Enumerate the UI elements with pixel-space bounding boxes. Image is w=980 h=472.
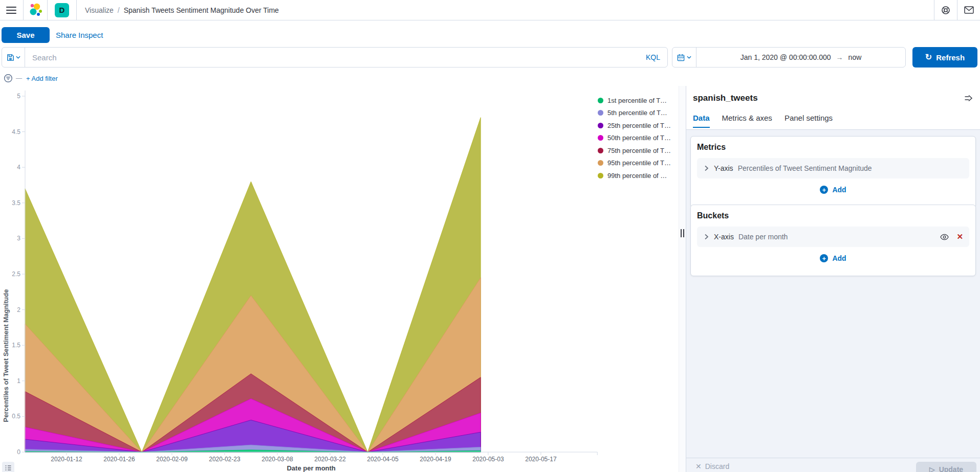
buckets-card: Buckets X-axis Date per month ✕ + A: [690, 205, 976, 276]
agg-row-label: X-axis: [714, 233, 734, 241]
update-button[interactable]: ▷ Update: [916, 462, 976, 472]
y-axis-tick-label: 3: [17, 235, 20, 242]
x-axis-tick-label: 2020-03-08: [262, 456, 293, 463]
metrics-card: Metrics Y-axis Percentiles of Tweet Sent…: [690, 136, 976, 208]
tabs-divider: [686, 129, 980, 130]
legend-item[interactable]: 25th percentile of T…: [598, 119, 678, 132]
tab-metrics-axes[interactable]: Metrics & axes: [722, 114, 772, 128]
y-axis-tick-label: 4: [17, 164, 20, 171]
refresh-button[interactable]: ↻ Refresh: [912, 47, 977, 68]
plus-in-circle-icon: +: [820, 254, 828, 262]
legend-color-dot: [598, 173, 603, 178]
discard-button[interactable]: ✕ Discard: [695, 462, 729, 470]
area-chart-canvas: 00.511.522.533.544.552020-01-122020-01-2…: [0, 0, 679, 472]
list-icon: [5, 464, 12, 471]
agg-row-label: Y-axis: [714, 164, 733, 172]
agg-row-description: Percentiles of Tweet Sentiment Magnitude: [738, 164, 872, 172]
x-axis-tick-label: 2020-03-22: [314, 456, 346, 463]
x-axis-tick-label: 2020-04-05: [367, 456, 399, 463]
legend-label: 50th percentile of T…: [607, 134, 671, 142]
x-axis-tick-label: 2020-02-09: [156, 456, 188, 463]
legend-label: 25th percentile of T…: [607, 122, 671, 129]
time-range-start[interactable]: Jan 1, 2020 @ 00:00:00.000: [741, 53, 831, 61]
tab-data[interactable]: Data: [693, 114, 710, 128]
legend-item[interactable]: 75th percentile of T…: [598, 144, 678, 157]
x-axis-tick-label: 2020-04-19: [420, 456, 451, 463]
y-axis-tick-label: 4.5: [12, 128, 20, 136]
y-axis-title: Percentiles of Tweet Sentiment Magnitude: [2, 279, 10, 433]
legend-item[interactable]: 95th percentile of T…: [598, 157, 678, 170]
chevron-right-icon: [703, 165, 709, 171]
y-axis-tick-label: 0.5: [12, 413, 20, 420]
legend-item[interactable]: 99th percentile of …: [598, 169, 678, 182]
y-axis-tick-label: 0: [17, 448, 20, 456]
header-actions: [934, 0, 980, 20]
metrics-heading: Metrics: [697, 143, 969, 152]
legend-label: 75th percentile of T…: [607, 147, 671, 154]
kibana-visualize-app: D Visualize / Spanish Tweets Sentiment M…: [0, 0, 980, 472]
legend-label: 1st percentile of T…: [607, 97, 667, 104]
legend-toggle-button[interactable]: [2, 462, 14, 472]
y-axis-tick-label: 2.5: [12, 271, 20, 278]
x-axis-tick-label: 2020-05-03: [472, 456, 504, 463]
x-axis-tick-label: 2020-01-12: [51, 456, 82, 463]
legend-label: 99th percentile of …: [607, 172, 667, 179]
legend-label: 5th percentile of T…: [607, 109, 667, 117]
agg-row-description: Date per month: [738, 233, 788, 241]
date-picker: Jan 1, 2020 @ 00:00:00.000 → now: [672, 47, 906, 68]
y-axis-tick-label: 1.5: [12, 342, 20, 349]
visualization-chart: 00.511.522.533.544.552020-01-122020-01-2…: [0, 86, 679, 472]
close-icon: ✕: [695, 462, 702, 470]
legend-label: 95th percentile of T…: [607, 159, 671, 167]
x-axis-tick-label: 2020-05-17: [525, 456, 557, 463]
y-axis-tick-label: 1: [17, 377, 20, 385]
plus-in-circle-icon: +: [820, 186, 828, 194]
time-range: Jan 1, 2020 @ 00:00:00.000 → now: [696, 53, 905, 61]
chart-legend: 1st percentile of T…5th percentile of T……: [598, 94, 678, 182]
legend-color-dot: [598, 160, 603, 166]
time-range-end[interactable]: now: [848, 53, 862, 61]
y-axis-tick-label: 2: [17, 306, 20, 313]
y-axis-tick-label: 3.5: [12, 199, 20, 207]
buckets-heading: Buckets: [697, 211, 969, 220]
legend-item[interactable]: 5th percentile of T…: [598, 107, 678, 120]
eye-icon[interactable]: [940, 234, 949, 240]
panel-resizer-handle[interactable]: [679, 86, 686, 472]
mail-icon[interactable]: [957, 0, 980, 20]
legend-item[interactable]: 1st percentile of T…: [598, 94, 678, 107]
chevron-down-icon: [687, 56, 691, 59]
editor-tabs: Data Metrics & axes Panel settings: [693, 114, 833, 128]
add-bucket-button[interactable]: + Add: [697, 247, 969, 269]
x-axis-tick-label: 2020-02-23: [209, 456, 241, 463]
refresh-icon: ↻: [925, 53, 932, 61]
editor-footer: ✕ Discard ▷ Update: [686, 458, 980, 472]
add-metric-button[interactable]: + Add: [697, 178, 969, 201]
play-icon: ▷: [929, 465, 935, 472]
remove-bucket-icon[interactable]: ✕: [956, 232, 963, 241]
help-icon[interactable]: [934, 0, 957, 20]
legend-color-dot: [598, 123, 603, 128]
collapse-panel-icon[interactable]: [964, 94, 973, 102]
legend-item[interactable]: 50th percentile of T…: [598, 132, 678, 145]
legend-color-dot: [598, 98, 603, 103]
legend-color-dot: [598, 110, 603, 116]
x-axis-tick-label: 2020-01-26: [103, 456, 135, 463]
arrow-right-icon: →: [836, 53, 843, 61]
tab-panel-settings[interactable]: Panel settings: [785, 114, 833, 128]
x-axis-title: Date per month: [287, 464, 335, 472]
index-pattern-title: spanish_tweets: [693, 93, 758, 103]
chevron-right-icon: [703, 234, 709, 240]
y-axis-aggregation-row[interactable]: Y-axis Percentiles of Tweet Sentiment Ma…: [697, 158, 969, 178]
legend-color-dot: [598, 135, 603, 141]
legend-color-dot: [598, 148, 603, 153]
x-axis-aggregation-row[interactable]: X-axis Date per month ✕: [697, 227, 969, 247]
y-axis-tick-label: 5: [17, 93, 20, 100]
editor-side-panel: spanish_tweets Data Metrics & axes Panel…: [686, 86, 980, 472]
